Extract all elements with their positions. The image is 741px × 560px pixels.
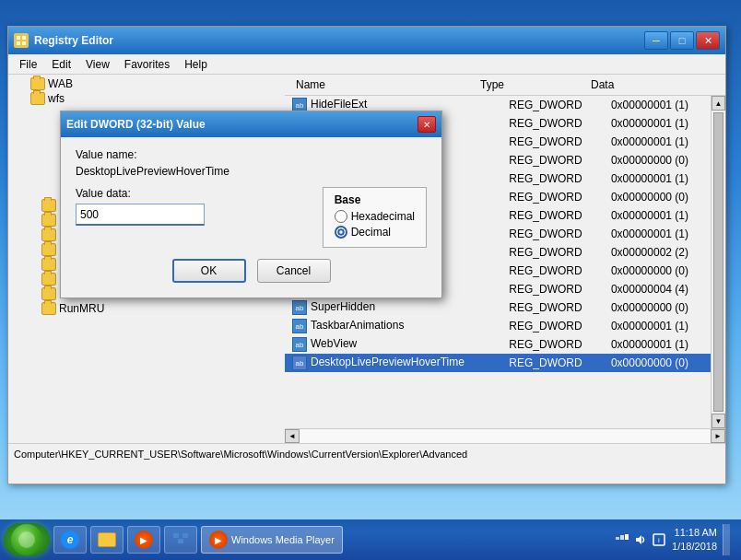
tray-icons: i — [615, 532, 666, 547]
folder-taskbar-icon — [98, 532, 116, 547]
base-label: Base — [335, 193, 415, 206]
start-orb-inner — [18, 531, 35, 548]
decimal-label: Decimal — [351, 226, 391, 239]
start-orb — [11, 524, 42, 555]
system-tray: i 11:18 AM 1/18/2018 — [607, 524, 737, 555]
svg-rect-8 — [178, 539, 183, 543]
edit-dword-dialog: Edit DWORD (32-bit) Value ✕ Value name: … — [60, 111, 442, 298]
folder-taskbar-btn[interactable] — [90, 526, 124, 554]
cancel-button[interactable]: Cancel — [257, 259, 331, 283]
wmp-small-icon: ▶ — [135, 531, 153, 549]
ie-icon: e — [61, 531, 79, 549]
tray-volume-icon[interactable] — [633, 532, 648, 547]
ie-taskbar-btn[interactable]: e — [53, 526, 87, 554]
decimal-option[interactable]: Decimal — [335, 226, 415, 239]
wmp-taskbar-icon: ▶ — [209, 531, 228, 549]
wmp-label: Windows Media Player — [231, 534, 335, 545]
taskbar: e ▶ ▶ Windows Media Player — [0, 519, 741, 560]
network-icon — [171, 531, 190, 548]
hexadecimal-option[interactable]: Hexadecimal — [335, 210, 415, 223]
svg-point-5 — [339, 230, 342, 233]
value-name-label: Value name: — [76, 148, 427, 161]
value-data-input[interactable] — [76, 204, 205, 226]
value-name-value: DesktopLivePreviewHoverTime — [76, 165, 427, 178]
wmp-taskbar-button[interactable]: ▶ Windows Media Player — [201, 526, 343, 554]
show-desktop-button[interactable] — [723, 524, 730, 555]
clock-date: 1/18/2018 — [672, 540, 717, 554]
input-row: Value data: Base Hexadecimal — [76, 187, 427, 248]
clock[interactable]: 11:18 AM 1/18/2018 — [672, 526, 717, 554]
value-data-label: Value data: — [76, 187, 308, 200]
svg-rect-7 — [182, 533, 188, 538]
svg-rect-11 — [625, 534, 629, 540]
dialog-title: Edit DWORD (32-bit) Value — [66, 118, 418, 131]
hexadecimal-label: Hexadecimal — [351, 210, 415, 223]
clock-time: 11:18 AM — [672, 526, 717, 540]
base-group: Base Hexadecimal Decimal — [323, 187, 427, 248]
tray-action-icon[interactable]: i — [652, 532, 666, 547]
tray-network-icon[interactable] — [615, 532, 629, 547]
dialog-close-button[interactable]: ✕ — [418, 116, 436, 133]
svg-text:i: i — [658, 536, 660, 544]
svg-rect-10 — [620, 535, 624, 540]
svg-rect-6 — [173, 533, 179, 538]
ok-button[interactable]: OK — [172, 259, 246, 283]
svg-marker-12 — [636, 535, 641, 544]
network-taskbar-btn[interactable] — [164, 526, 197, 554]
svg-rect-9 — [616, 537, 619, 540]
dialog-content: Value name: DesktopLivePreviewHoverTime … — [61, 137, 441, 298]
wmp-small-btn[interactable]: ▶ — [127, 526, 160, 554]
value-data-group: Value data: — [76, 187, 308, 226]
dialog-titlebar: Edit DWORD (32-bit) Value ✕ — [61, 111, 441, 137]
dialog-overlay: Edit DWORD (32-bit) Value ✕ Value name: … — [0, 0, 741, 560]
dialog-buttons: OK Cancel — [76, 259, 427, 286]
start-button[interactable] — [4, 523, 50, 556]
decimal-radio[interactable] — [335, 226, 347, 239]
hexadecimal-radio[interactable] — [335, 210, 347, 223]
